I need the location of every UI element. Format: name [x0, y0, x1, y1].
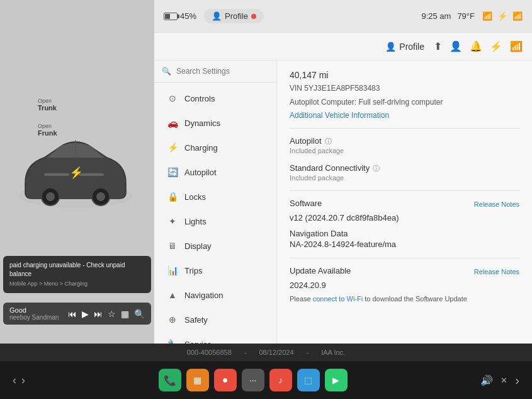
trunk-label[interactable]: Open Trunk — [38, 98, 57, 112]
search-input[interactable] — [176, 67, 269, 76]
sidebar-item-controls[interactable]: ⊙ Controls — [157, 86, 273, 110]
video-app-icon[interactable]: ▶ — [325, 369, 348, 391]
bell-icon[interactable]: 🔔 — [470, 40, 482, 52]
phone-app-icon[interactable]: 📞 — [159, 369, 181, 391]
update-available-label: Update Available — [290, 266, 351, 275]
mute-icon: ✕ — [501, 376, 507, 385]
sidebar-item-locks[interactable]: 🔒 Locks — [157, 185, 273, 209]
connectivity-info-icon[interactable]: ⓘ — [373, 164, 380, 173]
taskbar-right: 🔊 ✕ › — [480, 373, 519, 388]
sidebar-item-charging[interactable]: ⚡ Charging — [157, 136, 273, 159]
sidebar-item-autopilot[interactable]: 🔄 Autopilot — [157, 160, 273, 184]
connectivity-block: Standard Connectivity ⓘ Included package — [290, 163, 519, 182]
update-version: 2024.20.9 — [290, 280, 519, 290]
dash-sep: - — [244, 349, 247, 356]
sidebar-item-navigation[interactable]: ▲ Navigation — [157, 283, 273, 307]
prev-track-button[interactable]: ⏮ — [68, 309, 77, 319]
bars-app-icon[interactable]: ▦ — [186, 369, 209, 391]
sidebar-item-display[interactable]: 🖥 Display — [157, 234, 273, 258]
charging-warning: paid charging unavailable - Check unpaid… — [3, 256, 151, 293]
time-temperature: 9:25 am 79°F — [421, 11, 475, 21]
music-app-icon[interactable]: ♪ — [269, 369, 292, 391]
display-label: Display — [184, 241, 212, 251]
second-bar: 👤 Profile ⬆ 👤 🔔 ⚡ 📶 — [154, 33, 532, 61]
taskbar-next-icon[interactable]: › — [21, 374, 25, 387]
release-notes-2-link[interactable]: Release Notes — [474, 268, 519, 275]
favorite-button[interactable]: ☆ — [108, 309, 116, 319]
lights-icon: ✦ — [167, 216, 178, 227]
safety-label: Safety — [184, 315, 208, 325]
nav-data-value: NA-2024.8-14924-feature/ma — [290, 240, 519, 249]
dynamics-icon: 🚗 — [167, 117, 178, 129]
search-bar[interactable]: 🔍 — [154, 61, 276, 83]
music-player: Good neeboy Sandman ⏮ ▶ ⏭ ☆ ▦ 🔍 — [3, 303, 151, 325]
autopilot-title: Autopilot — [290, 136, 322, 146]
signal-icon: 📶 — [512, 11, 523, 21]
current-time: 9:25 am — [421, 11, 451, 21]
trips-label: Trips — [184, 266, 202, 275]
svg-point-3 — [46, 192, 55, 201]
autopilot-icon: 🔄 — [167, 166, 178, 178]
autopilot-info-icon[interactable]: ⓘ — [325, 137, 332, 146]
controls-label: Controls — [184, 94, 215, 103]
signal2-icon[interactable]: 📶 — [510, 40, 523, 52]
additional-info-link[interactable]: Additional Vehicle Information — [290, 111, 389, 120]
nav-data-label: Navigation Data — [290, 229, 519, 238]
mileage-display: 40,147 mi — [290, 70, 519, 80]
connect-wifi-link[interactable]: connect to Wi-Fi — [313, 295, 363, 303]
controls-icon: ⊙ — [167, 93, 178, 104]
nav-data-block: Navigation Data NA-2024.8-14924-feature/… — [290, 229, 519, 249]
profile-button[interactable]: 👤 Profile — [204, 9, 264, 23]
display-icon: 🖥 — [167, 240, 178, 252]
sidebar-item-dynamics[interactable]: 🚗 Dynamics — [157, 111, 273, 135]
safety-icon: ⊕ — [167, 314, 178, 325]
bluetooth2-icon[interactable]: ⚡ — [490, 40, 502, 52]
car-background: Open Trunk Open Frunk ⚡ pa — [0, 0, 154, 344]
tesla-ui-panel: 45% 👤 Profile 9:25 am 79°F 📶 ⚡ 📶 👤 Profi… — [154, 0, 532, 344]
locks-icon: 🔒 — [167, 191, 178, 202]
music-controls[interactable]: ⏮ ▶ ⏭ ☆ ▦ 🔍 — [68, 309, 145, 319]
sidebar-item-trips[interactable]: 📊 Trips — [157, 258, 273, 282]
charging-label: Charging — [184, 143, 218, 153]
top-right-icons: 📶 ⚡ 📶 — [482, 11, 523, 21]
play-button[interactable]: ▶ — [82, 309, 89, 319]
sidebar-wrapper: 🔍 ⊙ Controls 🚗 Dynamics ⚡ Charging — [154, 61, 277, 344]
svg-point-5 — [96, 192, 105, 201]
battery-percent: 45% — [180, 11, 196, 21]
profile-label: Profile — [225, 11, 248, 21]
navigation-label: Navigation — [184, 291, 223, 300]
taskbar-apps: 📞 ▦ ● ··· ♪ ⬚ ▶ — [159, 369, 348, 391]
release-notes-1-link[interactable]: Release Notes — [474, 200, 519, 208]
profile-person-icon: 👤 — [385, 42, 396, 52]
search-music-button[interactable]: 🔍 — [134, 309, 145, 319]
taskbar-left: ‹ › — [13, 374, 25, 387]
charging-icon: ⚡ — [167, 142, 178, 153]
person2-icon[interactable]: 👤 — [450, 40, 462, 52]
record-app-icon[interactable]: ● — [214, 369, 237, 391]
second-bar-profile-label: Profile — [399, 42, 424, 52]
record-date: 08/12/2024 — [259, 349, 293, 356]
autopilot-note: Included package — [290, 147, 519, 154]
sidebar-item-safety[interactable]: ⊕ Safety — [157, 308, 273, 332]
content-area: 🔍 ⊙ Controls 🚗 Dynamics ⚡ Charging — [154, 61, 532, 344]
sidebar-item-lights[interactable]: ✦ Lights — [157, 209, 273, 233]
chevron-right-icon[interactable]: › — [515, 373, 519, 388]
bottom-info-bar: 000-40056858 - 08/12/2024 - IAA Inc. — [0, 344, 532, 361]
taskbar-prev-icon[interactable]: ‹ — [13, 374, 16, 387]
sidebar-item-service[interactable]: 🔧 Service — [157, 332, 273, 344]
screen-app-icon[interactable]: ⬚ — [297, 369, 320, 391]
second-bar-profile[interactable]: 👤 Profile — [385, 42, 424, 52]
lights-label: Lights — [184, 217, 207, 226]
more-apps-icon[interactable]: ··· — [242, 369, 264, 391]
sidebar-menu: ⊙ Controls 🚗 Dynamics ⚡ Charging 🔄 Autop… — [154, 83, 276, 344]
temperature: 79°F — [457, 11, 475, 21]
next-track-button[interactable]: ⏭ — [94, 309, 103, 319]
top-bar: 45% 👤 Profile 9:25 am 79°F 📶 ⚡ 📶 — [154, 0, 532, 33]
upload-icon[interactable]: ⬆ — [434, 40, 442, 52]
wifi-notice: Please connect to Wi-Fi to download the … — [290, 295, 519, 303]
svg-rect-8 — [79, 173, 104, 176]
second-bar-icons: ⬆ 👤 🔔 ⚡ 📶 — [434, 40, 523, 52]
software-version: v12 (2024.20.7 dc8f9fa8b4ea) — [290, 213, 519, 223]
volume-icon[interactable]: 🔊 — [480, 374, 493, 386]
wifi-icon: 📶 — [482, 11, 492, 21]
